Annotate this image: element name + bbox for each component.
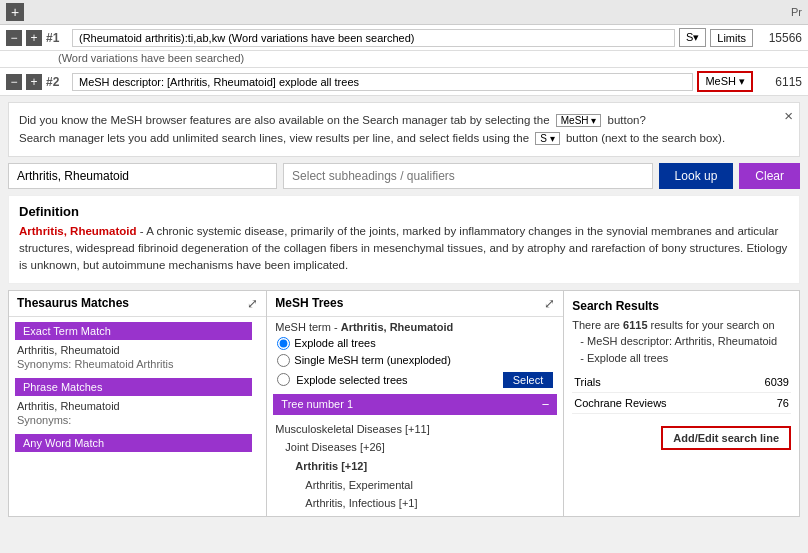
explode-selected-radio[interactable] <box>277 373 290 386</box>
search-results-title: Search Results <box>572 299 791 313</box>
tree-minus-icon[interactable]: − <box>542 397 550 412</box>
tree-item-3: Arthritis, Experimental <box>275 476 555 495</box>
results-count: 6115 <box>623 319 647 331</box>
clear-button[interactable]: Clear <box>739 163 800 189</box>
three-col-section: Thesaurus Matches ⤢ Exact Term Match Art… <box>8 290 800 517</box>
definition-text: Arthritis, Rheumatoid - A chronic system… <box>19 223 789 275</box>
definition-title: Definition <box>19 204 789 219</box>
select-button[interactable]: Select <box>503 372 554 388</box>
row1-s-button[interactable]: S▾ <box>679 28 706 47</box>
thesaurus-scroll[interactable]: Exact Term Match Arthritis, Rheumatoid S… <box>9 317 266 487</box>
row2-id: #2 <box>46 75 68 89</box>
lookup-button[interactable]: Look up <box>659 163 734 189</box>
tree-number-box: Tree number 1 − <box>273 394 557 415</box>
row1-count: 15566 <box>757 31 802 45</box>
tree-item-0: Musculoskeletal Diseases [+11] <box>275 420 555 439</box>
any-word-tag: Any Word Match <box>15 434 252 452</box>
info-line1: Did you know the MeSH browser features a… <box>19 111 775 129</box>
row2-count: 6115 <box>757 75 802 89</box>
tree-item-2: Arthritis [+12] <box>275 457 555 476</box>
mesh-trees-expand-icon[interactable]: ⤢ <box>544 296 555 311</box>
add-row1-button[interactable]: + <box>26 30 42 46</box>
search-row-1: − + #1 S▾ Limits 15566 <box>0 25 808 51</box>
info-line2: Search manager lets you add unlimited se… <box>19 129 775 147</box>
result-row-trials: Trials 6039 <box>572 372 791 393</box>
result-row-cochrane: Cochrane Reviews 76 <box>572 393 791 414</box>
info-close-button[interactable]: × <box>784 107 793 124</box>
search-row-2: − + #2 MeSH ▾ 6115 <box>0 68 808 96</box>
row1-query-input[interactable] <box>72 29 675 47</box>
pr-label: Pr <box>791 6 802 18</box>
row2-mesh-button[interactable]: MeSH ▾ <box>697 71 753 92</box>
subheading-input[interactable] <box>283 163 653 189</box>
search-results-col: Search Results There are 6115 results fo… <box>564 290 800 517</box>
info-mesh-button[interactable]: MeSH ▾ <box>556 114 602 127</box>
row1-id: #1 <box>46 31 68 45</box>
add-search-line-top-button[interactable]: + <box>6 3 24 21</box>
phrase-match-tag: Phrase Matches <box>15 378 252 396</box>
results-table: Trials 6039 Cochrane Reviews 76 <box>572 372 791 414</box>
search-fields-row: Look up Clear <box>0 163 808 195</box>
cochrane-label: Cochrane Reviews <box>574 397 666 409</box>
tree-item-4: Arthritis, Infectious [+1] <box>275 494 555 513</box>
remove-row1-button[interactable]: − <box>6 30 22 46</box>
definition-panel: Definition Arthritis, Rheumatoid - A chr… <box>8 195 800 284</box>
exact-syn-text: Synonyms: Rheumatoid Arthritis <box>9 358 258 374</box>
row2-query-input[interactable] <box>72 73 693 91</box>
mesh-term-label: MeSH term - Arthritis, Rheumatoid <box>267 317 563 335</box>
definition-term: Arthritis, Rheumatoid <box>19 225 137 237</box>
info-s-button[interactable]: S ▾ <box>535 132 559 145</box>
explode-selected-label: Explode selected trees <box>296 374 407 386</box>
trials-count: 6039 <box>765 376 789 388</box>
single-mesh-label: Single MeSH term (unexploded) <box>294 354 451 366</box>
explode-selected-row: Explode selected trees Select <box>267 369 563 391</box>
add-row2-button[interactable]: + <box>26 74 42 90</box>
tree-content: Musculoskeletal Diseases [+11] Joint Dis… <box>267 417 563 516</box>
thesaurus-col: Thesaurus Matches ⤢ Exact Term Match Art… <box>8 290 267 517</box>
mesh-trees-col: MeSH Trees ⤢ MeSH term - Arthritis, Rheu… <box>267 290 564 517</box>
single-mesh-radio[interactable] <box>277 354 290 367</box>
explode-all-radio[interactable] <box>277 337 290 350</box>
thesaurus-expand-icon[interactable]: ⤢ <box>247 296 258 311</box>
info-panel: × Did you know the MeSH browser features… <box>8 102 800 157</box>
search-results-desc: There are 6115 results for your search o… <box>572 317 791 367</box>
mesh-trees-header: MeSH Trees ⤢ <box>267 291 563 317</box>
row1-subtext: (Word variations have been searched) <box>0 51 808 68</box>
row1-limits-button[interactable]: Limits <box>710 29 753 47</box>
tree-item-1: Joint Diseases [+26] <box>275 438 555 457</box>
trials-label: Trials <box>574 376 600 388</box>
term-input[interactable] <box>8 163 277 189</box>
results-bullet1: MeSH descriptor: Arthritis, Rheumatoid <box>587 335 777 347</box>
phrase-syn-text: Synonyms: <box>9 414 258 430</box>
remove-row2-button[interactable]: − <box>6 74 22 90</box>
phrase-match-item: Arthritis, Rheumatoid <box>9 398 258 414</box>
thesaurus-title: Thesaurus Matches <box>17 296 129 310</box>
exact-term-item: Arthritis, Rheumatoid <box>9 342 258 358</box>
thesaurus-header: Thesaurus Matches ⤢ <box>9 291 266 317</box>
explode-all-label: Explode all trees <box>294 337 375 349</box>
explode-all-radio-row: Explode all trees <box>267 335 563 352</box>
exact-term-tag: Exact Term Match <box>15 322 252 340</box>
cochrane-count: 76 <box>777 397 789 409</box>
mesh-trees-title: MeSH Trees <box>275 296 343 310</box>
mesh-term-name: Arthritis, Rheumatoid <box>341 321 453 333</box>
single-mesh-radio-row: Single MeSH term (unexploded) <box>267 352 563 369</box>
results-bullet2: Explode all trees <box>587 352 668 364</box>
add-edit-search-line-button[interactable]: Add/Edit search line <box>661 426 791 450</box>
